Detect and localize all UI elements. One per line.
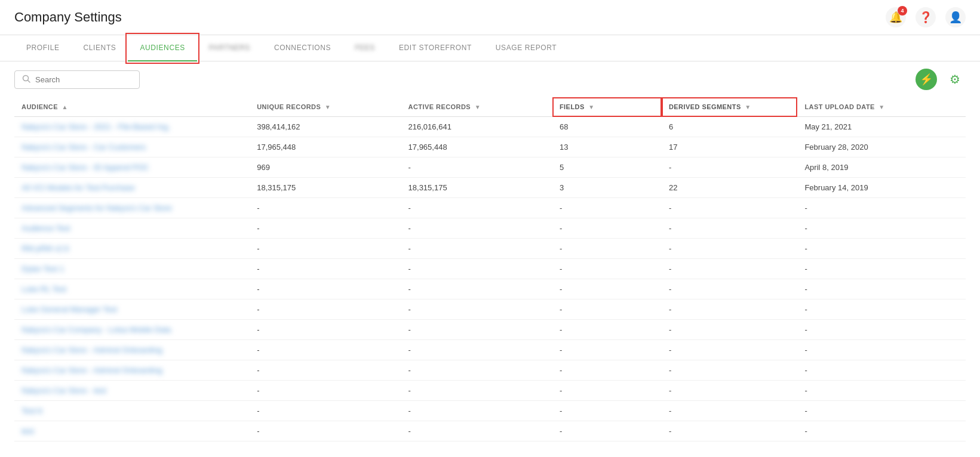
bolt-icon: ⚡ (920, 73, 933, 86)
cell-fields: - (552, 381, 662, 401)
cell-derived-segments: 22 (662, 178, 797, 198)
col-header-unique-records[interactable]: UNIQUE RECORDS ▼ (250, 97, 401, 117)
tab-usage-report[interactable]: USAGE REPORT (484, 35, 569, 61)
cell-fields: - (552, 360, 662, 381)
cell-derived-segments: - (662, 340, 797, 360)
cell-active-records: 18,315,175 (401, 178, 552, 198)
cell-active-records: - (401, 239, 552, 259)
cell-active-records: - (401, 158, 552, 178)
col-header-fields[interactable]: FIELDS ▼ (552, 97, 662, 117)
bolt-button[interactable]: ⚡ (916, 69, 937, 90)
cell-unique-records: 17,965,448 (250, 137, 401, 158)
cell-fields: - (552, 320, 662, 340)
cell-last-upload-date: - (797, 198, 966, 218)
tab-clients[interactable]: CLIENTS (72, 35, 128, 61)
cell-fields: - (552, 259, 662, 279)
search-box[interactable] (14, 70, 140, 89)
table-row: Advanced Segments for Nakyra's Car Store… (14, 198, 966, 218)
search-input[interactable] (35, 75, 132, 84)
audience-name-cell[interactable]: Test tt (14, 401, 250, 421)
notifications-button[interactable]: 🔔 4 (886, 7, 906, 27)
sort-arrow-derived: ▼ (745, 104, 751, 110)
cell-unique-records: - (250, 239, 401, 259)
cell-active-records: - (401, 340, 552, 360)
cell-derived-segments: - (662, 279, 797, 299)
tab-fees[interactable]: FEES (343, 35, 387, 61)
cell-derived-segments: - (662, 401, 797, 421)
table-row: Nakyra's Car Store - Car Customers17,965… (14, 137, 966, 158)
cell-derived-segments: - (662, 381, 797, 401)
cell-derived-segments: - (662, 218, 797, 239)
cell-active-records: - (401, 381, 552, 401)
audience-name-cell[interactable]: Nakyra's Car Store - Car Customers (14, 137, 250, 158)
cell-unique-records: - (250, 320, 401, 340)
cell-active-records: - (401, 259, 552, 279)
cell-fields: 13 (552, 137, 662, 158)
audience-name-cell[interactable]: Luke RL Test (14, 279, 250, 299)
audience-name-cell[interactable]: All VCI Models for Test Purchase (14, 178, 250, 198)
cell-unique-records: - (250, 381, 401, 401)
audience-name-cell[interactable]: RM pRM v2.6 (14, 239, 250, 259)
tab-edit-storefront[interactable]: EDIT STOREFRONT (387, 35, 484, 61)
table-row: Nakyra's Car Store - ID Append POC969-5-… (14, 158, 966, 178)
table-row: Luke General Manager Test----- (14, 299, 966, 320)
cell-last-upload-date: - (797, 239, 966, 259)
col-header-audience[interactable]: AUDIENCE ▲ (14, 97, 250, 117)
col-header-active-records[interactable]: ACTIVE RECORDS ▼ (401, 97, 552, 117)
cell-derived-segments: - (662, 198, 797, 218)
table-row: Nakyra's Car Company - Lotsa Mobile Data… (14, 320, 966, 340)
table-row: Luke RL Test----- (14, 279, 966, 299)
cell-last-upload-date: - (797, 381, 966, 401)
cell-fields: - (552, 218, 662, 239)
table-row: Audience Test----- (14, 218, 966, 239)
gear-icon: ⚙ (950, 72, 960, 87)
cell-last-upload-date: February 28, 2020 (797, 137, 966, 158)
audience-name-cell[interactable]: Dylan Test 1 (14, 259, 250, 279)
cell-unique-records: - (250, 340, 401, 360)
audience-name-cell[interactable]: Nakyra's Car Company - Lotsa Mobile Data (14, 320, 250, 340)
audience-name-cell[interactable]: Nakyra's Car Store - test (14, 381, 250, 401)
svg-line-1 (28, 80, 30, 82)
cell-last-upload-date: - (797, 360, 966, 381)
audience-name-cell[interactable]: Nakyra's Car Store - Admiral Onboarding (14, 360, 250, 381)
table-row: Dylan Test 1----- (14, 259, 966, 279)
tab-profile[interactable]: PROFILE (14, 35, 72, 61)
tab-partners[interactable]: PARTNERS (197, 35, 262, 61)
cell-unique-records: - (250, 218, 401, 239)
table-row: Nakyra's Car Store - Admiral Onboarding-… (14, 340, 966, 360)
cell-fields: - (552, 279, 662, 299)
tab-connections[interactable]: CONNECTIONS (262, 35, 343, 61)
table-row: All VCI Models for Test Purchase18,315,1… (14, 178, 966, 198)
cell-last-upload-date: - (797, 401, 966, 421)
help-button[interactable]: ❓ (916, 7, 936, 27)
audience-name-cell[interactable]: Nakyra's Car Store - ID Append POC (14, 158, 250, 178)
tab-audiences[interactable]: AUDIENCES (128, 35, 196, 61)
audience-name-cell[interactable]: Nakyra's Car Store - Admiral Onboarding (14, 340, 250, 360)
audience-name-cell[interactable]: Luke General Manager Test (14, 299, 250, 320)
cell-derived-segments: - (662, 360, 797, 381)
cell-unique-records: - (250, 421, 401, 441)
cell-derived-segments: - (662, 259, 797, 279)
cell-active-records: - (401, 198, 552, 218)
table-row: Nakyra's Car Store - test----- (14, 381, 966, 401)
cell-derived-segments: - (662, 239, 797, 259)
gear-button[interactable]: ⚙ (944, 69, 966, 90)
audience-name-cell[interactable]: Audience Test (14, 218, 250, 239)
audiences-table-container: AUDIENCE ▲ UNIQUE RECORDS ▼ ACTIVE RECOR… (0, 97, 980, 441)
audience-name-cell[interactable]: Nakyra's Car Store - 2021 - File-Based I… (14, 117, 250, 137)
cell-unique-records: - (250, 279, 401, 299)
cell-last-upload-date: - (797, 299, 966, 320)
cell-fields: - (552, 299, 662, 320)
cell-fields: 3 (552, 178, 662, 198)
cell-derived-segments: - (662, 421, 797, 441)
audience-name-cell[interactable]: Advanced Segments for Nakyra's Car Store (14, 198, 250, 218)
col-header-derived-segments[interactable]: DERIVED SEGMENTS ▼ (662, 97, 797, 117)
cell-unique-records: - (250, 198, 401, 218)
col-header-last-upload-date[interactable]: LAST UPLOAD DATE ▼ (797, 97, 966, 117)
cell-last-upload-date: - (797, 421, 966, 441)
sort-arrow-active: ▼ (475, 104, 481, 110)
audience-name-cell[interactable]: test (14, 421, 250, 441)
toolbar: ⚡ ⚙ (0, 61, 980, 97)
cell-last-upload-date: - (797, 279, 966, 299)
account-button[interactable]: 👤 (945, 7, 966, 27)
